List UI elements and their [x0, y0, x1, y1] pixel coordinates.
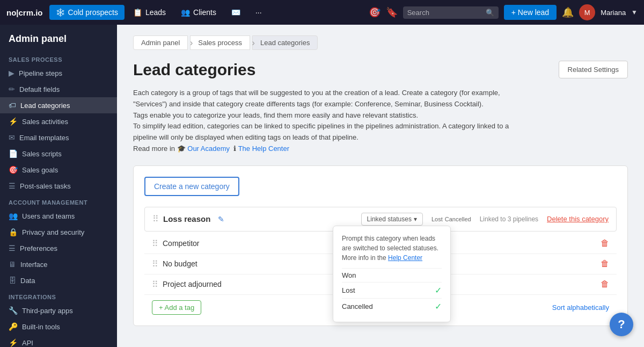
sales-scripts-icon: 📄: [9, 149, 18, 158]
tooltip-status-won: Won: [342, 271, 356, 279]
breadcrumb: Admin panel Sales process Lead categorie…: [133, 35, 628, 50]
target-icon[interactable]: 🎯: [369, 6, 380, 18]
tooltip-row-cancelled: Cancelled ✓: [342, 298, 442, 314]
tag-drag-handle-icon[interactable]: ⠿: [152, 279, 158, 290]
topnav-right: 🎯 🔖 🔍 + New lead 🔔 M Mariana ▼: [369, 4, 638, 20]
api-icon: ⚡: [9, 338, 18, 347]
breadcrumb-admin-panel[interactable]: Admin panel: [133, 35, 188, 50]
topnav: no|crm.io ❄️ Cold prospects 📋 Leads 👥 Cl…: [0, 0, 644, 25]
sidebar-item-interface[interactable]: 🖥 Interface: [0, 256, 117, 272]
tag-drag-handle-icon[interactable]: ⠿: [152, 259, 158, 269]
related-settings-button[interactable]: Related Settings: [559, 61, 628, 78]
drag-handle-icon[interactable]: ⠿: [152, 214, 159, 224]
pipeline-steps-icon: ▶: [9, 69, 14, 77]
built-in-icon: 🔑: [9, 322, 18, 331]
nav-leads[interactable]: 📋 Leads: [127, 5, 172, 20]
status-tag-lost: Lost: [431, 216, 443, 222]
nav-email[interactable]: ✉️: [225, 5, 247, 20]
tag-left: ⠿ Competitor: [152, 238, 199, 249]
tooltip-text: Prompt this category when leads are swit…: [342, 234, 442, 263]
sidebar-section-sales-process: Sales process: [0, 51, 117, 65]
sidebar-item-preferences[interactable]: ☰ Preferences: [0, 240, 117, 256]
help-button[interactable]: ?: [610, 313, 633, 336]
tooltip-help-center-link[interactable]: Help Center: [388, 254, 422, 262]
sidebar-item-sales-goals[interactable]: 🎯 Sales goals: [0, 162, 117, 178]
delete-tag-icon[interactable]: 🗑: [601, 238, 609, 248]
layout: Admin panel Sales process ▶ Pipeline ste…: [0, 25, 644, 347]
sidebar-item-third-party[interactable]: 🔧 Third-party apps: [0, 302, 117, 319]
tooltip-row-won: Won: [342, 268, 442, 282]
tag-drag-handle-icon[interactable]: ⠿: [152, 238, 158, 249]
privacy-icon: 🔒: [9, 228, 18, 236]
sidebar-item-data[interactable]: 🗄 Data: [0, 272, 117, 288]
avatar[interactable]: M: [579, 4, 595, 20]
sidebar-item-email-templates[interactable]: ✉ Email templates: [0, 129, 117, 146]
interface-icon: 🖥: [9, 260, 16, 269]
email-templates-icon: ✉: [9, 133, 15, 142]
nav-clients[interactable]: 👥 Clients: [174, 5, 223, 20]
data-icon: 🗄: [9, 276, 16, 285]
sidebar-item-default-fields[interactable]: ✏ Default fields: [0, 81, 117, 97]
post-sales-tasks-icon: ☰: [9, 182, 16, 190]
nav-cold-prospects[interactable]: ❄️ Cold prospects: [49, 5, 125, 20]
clients-icon: 👥: [181, 8, 190, 17]
leads-icon: 📋: [133, 8, 142, 17]
status-tags: Lost Cancelled: [431, 216, 471, 222]
users-teams-icon: 👥: [9, 212, 18, 220]
breadcrumb-lead-categories[interactable]: Lead categories: [252, 35, 318, 50]
sidebar-item-privacy-security[interactable]: 🔒 Privacy and security: [0, 224, 117, 240]
user-name[interactable]: Mariana: [601, 9, 626, 17]
search-box: 🔍: [403, 6, 499, 19]
new-lead-button[interactable]: + New lead: [504, 5, 557, 20]
category-right: Linked statuses ▾ Lost Cancelled Linked …: [361, 213, 609, 226]
tag-left: ⠿ No budget: [152, 259, 197, 269]
delete-category-link[interactable]: Delete this category: [547, 215, 609, 223]
add-tag-button[interactable]: + Add a tag: [152, 300, 201, 315]
delete-tag-icon[interactable]: 🗑: [601, 279, 609, 289]
linked-statuses-button[interactable]: Linked statuses ▾: [361, 213, 423, 226]
sidebar-item-post-sales-tasks[interactable]: ☰ Post-sales tasks: [0, 178, 117, 194]
breadcrumb-sales-process[interactable]: Sales process: [190, 35, 250, 50]
delete-tag-icon[interactable]: 🗑: [601, 259, 609, 269]
category-name: Loss reason: [163, 214, 210, 223]
email-nav-icon: ✉️: [231, 8, 240, 17]
edit-category-icon[interactable]: ✎: [218, 215, 224, 223]
user-chevron-icon[interactable]: ▼: [631, 9, 638, 16]
preferences-icon: ☰: [9, 244, 16, 252]
tag-name-no-budget: No budget: [163, 259, 197, 268]
check-cancelled-icon: ✓: [435, 301, 442, 312]
sidebar-item-pipeline-steps[interactable]: ▶ Pipeline steps: [0, 65, 117, 81]
page-description: Each category is a group of tags that wi…: [133, 88, 519, 155]
logo: no|crm.io: [6, 8, 43, 17]
help-center-link[interactable]: The Help Center: [238, 144, 289, 153]
cold-prospects-icon: ❄️: [56, 8, 65, 17]
sidebar-section-account: Account management: [0, 194, 117, 208]
tooltip-status-lost: Lost: [342, 286, 355, 294]
check-lost-icon: ✓: [435, 285, 442, 295]
lead-categories-icon: 🏷: [9, 101, 16, 110]
sidebar-item-api[interactable]: ⚡ API: [0, 335, 117, 347]
sidebar-title: Admin panel: [0, 33, 117, 51]
create-category-button[interactable]: Create a new category: [144, 177, 239, 196]
sort-alphabetically-link[interactable]: Sort alphabetically: [552, 303, 609, 312]
linked-pipelines: Linked to 3 pipelines: [480, 215, 538, 223]
search-input[interactable]: [407, 9, 482, 17]
search-icon: 🔍: [486, 9, 494, 17]
default-fields-icon: ✏: [9, 85, 15, 93]
sidebar-item-sales-activities[interactable]: ⚡ Sales activities: [0, 113, 117, 129]
sidebar-item-built-in-tools[interactable]: 🔑 Built-in tools: [0, 319, 117, 335]
page-header: Lead categories Related Settings: [133, 61, 628, 79]
our-academy-link[interactable]: Our Academy: [187, 144, 230, 153]
category-left: ⠿ Loss reason ✎: [152, 214, 224, 224]
third-party-icon: 🔧: [9, 306, 18, 315]
sidebar: Admin panel Sales process ▶ Pipeline ste…: [0, 25, 117, 347]
sales-goals-icon: 🎯: [9, 165, 18, 174]
bookmark-icon[interactable]: 🔖: [386, 6, 398, 18]
sidebar-item-users-and-teams[interactable]: 👥 Users and teams: [0, 208, 117, 224]
page-title: Lead categories: [133, 61, 255, 79]
sidebar-item-lead-categories[interactable]: 🏷 Lead categories: [0, 97, 117, 113]
chevron-down-icon: ▾: [414, 215, 417, 223]
sidebar-item-sales-scripts[interactable]: 📄 Sales scripts: [0, 146, 117, 162]
nav-more[interactable]: ···: [249, 5, 268, 20]
notification-icon[interactable]: 🔔: [562, 6, 574, 18]
